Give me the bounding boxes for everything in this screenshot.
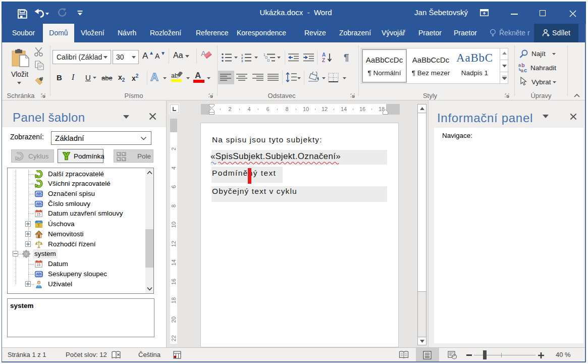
svg-text:1: 1 [241,54,243,57]
svg-text:Z: Z [322,58,325,63]
svg-text:3: 3 [241,60,243,62]
svg-text:A: A [322,52,326,58]
svg-text:1: 1 [263,53,265,57]
svg-text:A: A [150,71,158,83]
svg-text:a: a [521,68,523,73]
svg-text:a: a [518,63,521,68]
svg-text:c: c [524,67,527,73]
